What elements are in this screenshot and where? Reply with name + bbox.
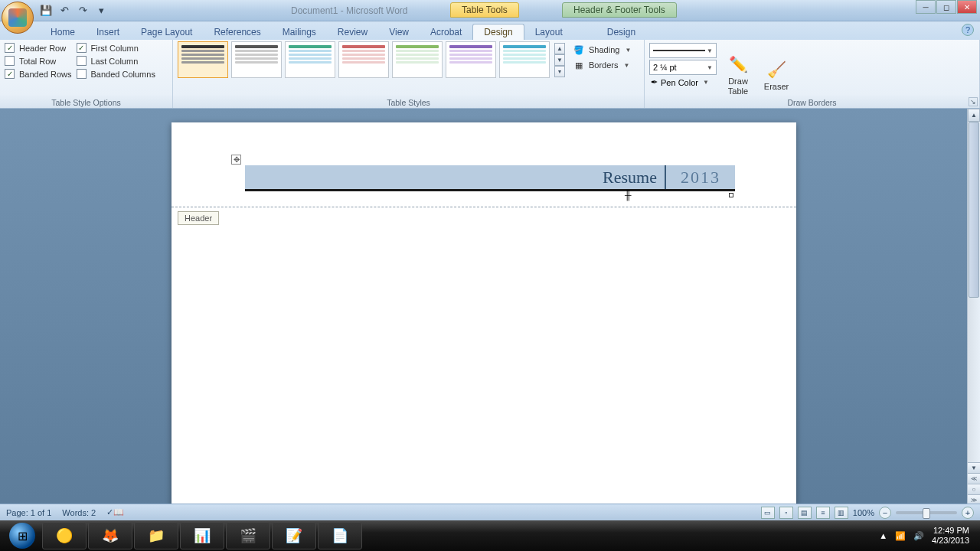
- maximize-button[interactable]: ◻: [936, 0, 956, 14]
- page[interactable]: ✥ Resume 2013 ╫ Header: [172, 122, 796, 505]
- dialog-launcher-icon[interactable]: ↘: [969, 97, 978, 106]
- header-cell-year[interactable]: 2013: [666, 165, 735, 189]
- line-weight-select[interactable]: 2 ¼ pt▼: [649, 60, 717, 75]
- minimize-button[interactable]: ─: [916, 0, 936, 14]
- status-page[interactable]: Page: 1 of 1: [6, 508, 51, 517]
- gallery-scroll-down[interactable]: ▼: [554, 54, 565, 66]
- view-outline[interactable]: ≡: [816, 507, 830, 519]
- paint-bucket-icon: 🪣: [573, 44, 585, 56]
- table-style-thumb[interactable]: [446, 41, 496, 78]
- view-draft[interactable]: ▥: [835, 507, 848, 519]
- tab-home[interactable]: Home: [40, 24, 86, 40]
- pen-color-button[interactable]: ✒ Pen Color ▼: [649, 77, 717, 88]
- undo-icon[interactable]: ↶: [57, 3, 72, 18]
- view-print-layout[interactable]: ▭: [761, 507, 775, 519]
- tab-insert[interactable]: Insert: [86, 24, 130, 40]
- table-move-handle-icon[interactable]: ✥: [231, 155, 241, 165]
- gallery-more[interactable]: ▾: [554, 66, 565, 77]
- qat-customize-icon[interactable]: ▾: [93, 3, 109, 18]
- close-button[interactable]: ✕: [957, 0, 977, 14]
- taskbar-chrome[interactable]: 🟡: [42, 522, 87, 549]
- status-words[interactable]: Words: 2: [62, 508, 96, 517]
- zoom-out-button[interactable]: −: [879, 507, 891, 519]
- taskbar-excel[interactable]: 📊: [180, 522, 224, 549]
- check-first-column[interactable]: ✓First Column: [77, 43, 155, 53]
- table-style-thumb[interactable]: [231, 41, 282, 78]
- tab-acrobat[interactable]: Acrobat: [420, 24, 472, 40]
- prev-page-button[interactable]: ≪: [968, 473, 980, 484]
- taskbar-notepad[interactable]: 📝: [272, 522, 316, 549]
- view-full-screen[interactable]: ▫: [779, 507, 793, 519]
- title-bar: 💾 ↶ ↷ ▾ Document1 - Microsoft Word Table…: [0, 0, 980, 21]
- status-bar: Page: 1 of 1 Words: 2 ✓📖 ▭ ▫ ▤ ≡ ▥ 100% …: [0, 504, 980, 520]
- app-name: Microsoft Word: [346, 5, 407, 16]
- table-style-thumb[interactable]: [285, 41, 335, 78]
- context-tab-header-footer-tools: Header & Footer Tools: [562, 2, 677, 18]
- shading-button[interactable]: 🪣 Shading ▼: [570, 43, 634, 57]
- windows-logo-icon: ⊞: [9, 523, 35, 549]
- group-draw-borders: ▼ 2 ¼ pt▼ ✒ Pen Color ▼ ✏️ Draw Table 🧹 …: [645, 40, 980, 108]
- tray-network-icon[interactable]: 📶: [895, 531, 906, 541]
- tab-layout[interactable]: Layout: [524, 24, 573, 40]
- row-resize-cursor-icon: ╫: [625, 190, 632, 201]
- check-header-row[interactable]: ✓Header Row: [5, 43, 72, 53]
- tab-references[interactable]: References: [203, 24, 271, 40]
- check-banded-columns[interactable]: Banded Columns: [77, 69, 155, 79]
- redo-icon[interactable]: ↷: [75, 3, 90, 18]
- pen-icon: ✒: [651, 77, 658, 87]
- start-button[interactable]: ⊞: [3, 522, 41, 549]
- taskbar-word[interactable]: 📄: [318, 522, 362, 549]
- header-table[interactable]: Resume 2013: [245, 165, 735, 191]
- zoom-in-button[interactable]: +: [962, 507, 974, 519]
- tab-design-table[interactable]: Design: [472, 24, 524, 40]
- tray-volume-icon[interactable]: 🔊: [913, 531, 924, 541]
- quick-access-toolbar: 💾 ↶ ↷ ▾: [38, 3, 109, 18]
- header-section-tag: Header: [178, 211, 219, 225]
- taskbar-media[interactable]: 🎬: [226, 522, 270, 549]
- save-icon[interactable]: 💾: [38, 3, 54, 18]
- help-icon[interactable]: ?: [962, 24, 974, 36]
- table-style-thumb[interactable]: [178, 41, 228, 78]
- gallery-scroll-up[interactable]: ▲: [554, 43, 565, 54]
- line-style-select[interactable]: ▼: [649, 43, 717, 58]
- zoom-level[interactable]: 100%: [853, 508, 874, 517]
- group-label-table-styles: Table Styles: [173, 96, 644, 107]
- check-banded-rows[interactable]: ✓Banded Rows: [5, 69, 72, 79]
- tab-review[interactable]: Review: [327, 24, 378, 40]
- tab-page-layout[interactable]: Page Layout: [130, 24, 203, 40]
- scroll-down-button[interactable]: ▼: [968, 462, 980, 473]
- borders-button[interactable]: ▦ Borders ▼: [570, 58, 634, 72]
- borders-icon: ▦: [573, 59, 585, 71]
- tab-design-header[interactable]: Design: [596, 24, 646, 40]
- table-style-thumb[interactable]: [392, 41, 443, 78]
- window-title: Document1 - Microsoft Word: [291, 5, 408, 16]
- vertical-scrollbar[interactable]: ▲ ▼ ≪ ○ ≫: [967, 109, 980, 505]
- chevron-down-icon: ▼: [625, 47, 631, 54]
- zoom-slider[interactable]: [896, 511, 957, 514]
- check-last-column[interactable]: Last Column: [77, 56, 155, 66]
- office-button[interactable]: [2, 2, 34, 34]
- taskbar-firefox[interactable]: 🦊: [88, 522, 132, 549]
- header-cell-title[interactable]: Resume: [245, 165, 666, 189]
- view-web-layout[interactable]: ▤: [798, 507, 812, 519]
- context-tab-table-tools: Table Tools: [450, 2, 519, 18]
- header-boundary: [172, 207, 796, 207]
- tab-view[interactable]: View: [378, 24, 420, 40]
- table-style-thumb[interactable]: [338, 41, 389, 78]
- table-resize-handle[interactable]: [729, 193, 733, 197]
- scroll-up-button[interactable]: ▲: [968, 109, 980, 122]
- scroll-thumb[interactable]: [969, 122, 979, 298]
- document-area: ✥ Resume 2013 ╫ Header: [0, 109, 980, 505]
- group-table-style-options: ✓Header Row Total Row ✓Banded Rows ✓Firs…: [0, 40, 173, 108]
- tab-mailings[interactable]: Mailings: [272, 24, 327, 40]
- browse-object-button[interactable]: ○: [968, 484, 980, 494]
- group-label-draw-borders: Draw Borders: [645, 96, 979, 107]
- tray-clock[interactable]: 12:49 PM 4/23/2013: [932, 526, 969, 546]
- ribbon-tab-strip: Home Insert Page Layout References Maili…: [0, 21, 980, 40]
- spellcheck-icon[interactable]: ✓📖: [106, 507, 124, 517]
- taskbar: ⊞ 🟡 🦊 📁 📊 🎬 📝 📄 ▲ 📶 🔊 12:49 PM 4/23/2013: [0, 520, 980, 551]
- tray-show-hidden-icon[interactable]: ▲: [879, 531, 887, 540]
- taskbar-explorer[interactable]: 📁: [134, 522, 178, 549]
- table-style-thumb[interactable]: [499, 41, 550, 78]
- check-total-row[interactable]: Total Row: [5, 56, 72, 66]
